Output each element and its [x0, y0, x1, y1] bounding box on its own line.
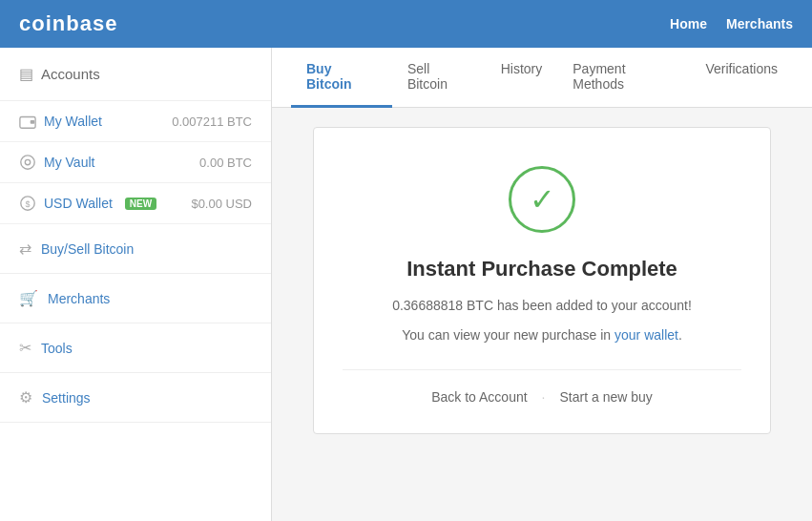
- my-vault-amount: 0.00 BTC: [199, 156, 252, 170]
- merchants-nav-link[interactable]: Merchants: [726, 16, 793, 31]
- tab-verifications[interactable]: Verifications: [691, 48, 793, 108]
- wallet-icon: [19, 113, 36, 130]
- sidebar-accounts-header: ▤ Accounts: [0, 48, 271, 101]
- wallet-link[interactable]: your wallet: [614, 327, 678, 343]
- svg-text:$: $: [25, 199, 30, 209]
- merchants-label: Merchants: [48, 291, 110, 306]
- tabs-bar: Buy Bitcoin Sell Bitcoin History Payment…: [272, 48, 812, 108]
- action-separator: ·: [542, 389, 546, 405]
- svg-point-2: [21, 156, 34, 169]
- usd-wallet-label: USD Wallet: [44, 196, 113, 211]
- success-message: 0.36688818 BTC has been added to your ac…: [343, 296, 741, 316]
- success-card: ✓ Instant Purchase Complete 0.36688818 B…: [313, 127, 771, 434]
- wallet-left: My Wallet: [19, 113, 102, 130]
- success-icon-circle: ✓: [509, 166, 575, 233]
- wallet-text: You can view your new purchase in: [402, 327, 614, 343]
- checkmark-icon: ✓: [530, 184, 555, 215]
- app-header: coinbase Home Merchants: [0, 0, 812, 48]
- usd-left: $ USD Wallet NEW: [19, 195, 156, 212]
- success-title: Instant Purchase Complete: [343, 257, 741, 281]
- logo: coinbase: [19, 11, 117, 36]
- vault-left: My Vault: [19, 154, 94, 171]
- success-actions: Back to Account · Start a new buy: [343, 389, 741, 405]
- usd-wallet-item[interactable]: $ USD Wallet NEW $0.00 USD: [0, 183, 271, 224]
- new-badge: NEW: [125, 198, 156, 210]
- usd-wallet-amount: $0.00 USD: [191, 197, 252, 211]
- divider: [343, 369, 741, 370]
- my-wallet-label: My Wallet: [44, 114, 102, 129]
- cart-icon: 🛒: [19, 289, 38, 307]
- header-nav: Home Merchants: [670, 16, 793, 31]
- sidebar-item-buysell[interactable]: ⇄ Buy/Sell Bitcoin: [0, 224, 271, 274]
- exchange-icon: ⇄: [19, 240, 31, 258]
- main-layout: ▤ Accounts My Wallet 0.007211 BTC My Va: [0, 48, 812, 521]
- wallet-period: .: [678, 327, 682, 343]
- tab-history[interactable]: History: [486, 48, 558, 108]
- home-nav-link[interactable]: Home: [670, 16, 707, 31]
- my-vault-item[interactable]: My Vault 0.00 BTC: [0, 142, 271, 183]
- sidebar: ▤ Accounts My Wallet 0.007211 BTC My Va: [0, 48, 272, 521]
- back-to-account-link[interactable]: Back to Account: [431, 389, 527, 405]
- wallet-message: You can view your new purchase in your w…: [343, 325, 741, 345]
- content-area: ✓ Instant Purchase Complete 0.36688818 B…: [272, 108, 812, 453]
- my-wallet-item[interactable]: My Wallet 0.007211 BTC: [0, 101, 271, 142]
- buysell-label: Buy/Sell Bitcoin: [41, 241, 134, 257]
- tools-icon: ✂: [19, 339, 31, 357]
- tools-label: Tools: [41, 341, 73, 356]
- my-vault-label: My Vault: [44, 155, 94, 170]
- tab-payment-methods[interactable]: Payment Methods: [557, 48, 690, 108]
- sidebar-item-tools[interactable]: ✂ Tools: [0, 323, 271, 373]
- main-content: Buy Bitcoin Sell Bitcoin History Payment…: [272, 48, 812, 521]
- start-new-buy-link[interactable]: Start a new buy: [560, 389, 653, 405]
- vault-icon: [19, 154, 36, 171]
- svg-rect-1: [31, 120, 35, 124]
- tab-buy-bitcoin[interactable]: Buy Bitcoin: [291, 48, 392, 108]
- settings-label: Settings: [42, 390, 91, 406]
- sidebar-item-settings[interactable]: ⚙ Settings: [0, 373, 271, 423]
- usd-icon: $: [19, 195, 36, 212]
- accounts-label: Accounts: [41, 66, 100, 82]
- my-wallet-amount: 0.007211 BTC: [172, 115, 252, 129]
- tab-sell-bitcoin[interactable]: Sell Bitcoin: [392, 48, 486, 108]
- folder-icon: ▤: [19, 65, 33, 83]
- svg-point-3: [25, 159, 30, 164]
- sidebar-item-merchants[interactable]: 🛒 Merchants: [0, 274, 271, 323]
- gear-icon: ⚙: [19, 388, 32, 406]
